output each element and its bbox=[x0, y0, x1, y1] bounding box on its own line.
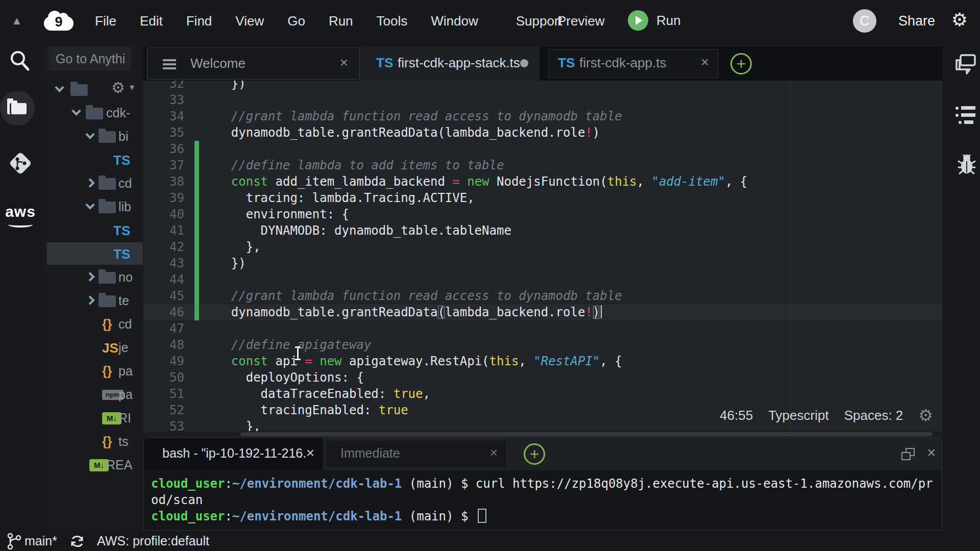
menu-go[interactable]: Go bbox=[276, 13, 317, 29]
file-label: je bbox=[118, 340, 128, 355]
close-tab-welcome-icon[interactable]: × bbox=[340, 55, 348, 71]
folder-icon bbox=[99, 272, 116, 284]
top-menu-bar: ▲ 9 FileEditFindViewGoRunToolsWindowSupp… bbox=[0, 0, 980, 42]
tree-row-cd-4[interactable]: cd bbox=[41, 171, 143, 195]
tab-list-hamburger-icon[interactable] bbox=[163, 59, 176, 61]
menu-edit[interactable]: Edit bbox=[128, 13, 175, 29]
menu-view[interactable]: View bbox=[224, 13, 276, 29]
line-number: 34 bbox=[153, 108, 184, 124]
logo-nine: 9 bbox=[44, 14, 74, 30]
file-explorer-icon[interactable] bbox=[0, 91, 35, 126]
outline-icon[interactable] bbox=[954, 104, 977, 128]
tree-row-ts-7[interactable]: TS bbox=[41, 242, 143, 265]
tree-row-no-8[interactable]: no bbox=[41, 265, 143, 289]
collapse-menubar-icon[interactable]: ▲ bbox=[11, 14, 22, 28]
folder-icon bbox=[86, 108, 103, 119]
tree-row-RI-14[interactable]: M↓RI bbox=[41, 406, 143, 430]
preferences-gear-icon[interactable]: ⚙ bbox=[951, 9, 968, 31]
folder-label: no bbox=[118, 270, 133, 285]
ts-file-icon: TS bbox=[376, 55, 393, 71]
chevron-down-icon[interactable] bbox=[55, 83, 64, 92]
close-terminal-tab-icon[interactable]: × bbox=[306, 445, 314, 461]
line-number: 42 bbox=[153, 239, 184, 255]
chevron-down-icon[interactable] bbox=[85, 130, 94, 139]
tree-row-cdk--1[interactable]: cdk- bbox=[41, 101, 143, 124]
line-number: 44 bbox=[153, 271, 184, 288]
run-play-icon[interactable] bbox=[628, 10, 648, 31]
tree-row-bi-2[interactable]: bi bbox=[41, 124, 143, 148]
tree-row-te-9[interactable]: te bbox=[41, 289, 143, 312]
tree-row-cd-10[interactable]: {}cd bbox=[41, 312, 143, 336]
code-line-37: 37 //define lambda to add items to table bbox=[153, 157, 942, 173]
git-source-control-icon[interactable] bbox=[5, 148, 46, 179]
git-branch-name: main* bbox=[24, 534, 57, 548]
file-label: REA bbox=[106, 458, 132, 472]
tree-row-ts-15[interactable]: {}ts bbox=[41, 430, 143, 453]
tree-row-pa-13[interactable]: npmpa bbox=[41, 383, 143, 406]
terminal-tab-immediate[interactable]: Immediate × bbox=[326, 440, 507, 468]
mouse-ibeam-cursor bbox=[297, 346, 299, 360]
line-number: 48 bbox=[153, 337, 184, 353]
debugger-bug-icon[interactable] bbox=[955, 152, 978, 177]
tree-row-je-11[interactable]: JSje bbox=[41, 336, 143, 359]
menu-window[interactable]: Window bbox=[419, 13, 489, 29]
menu-preview[interactable]: Preview bbox=[557, 13, 604, 29]
terminal-output[interactable]: cloud_user:~/environment/cdk-lab-1 (main… bbox=[151, 475, 940, 528]
tree-row-root[interactable]: ⚙▾ bbox=[41, 78, 143, 101]
close-panel-icon[interactable]: × bbox=[927, 444, 936, 461]
gear-caret-icon[interactable]: ▾ bbox=[130, 82, 134, 93]
code-line-32: 32 }) bbox=[153, 81, 942, 92]
menu-run[interactable]: Run bbox=[317, 13, 365, 29]
editor-status-bar: 46:55 Typescript Spaces: 2 ⚙ bbox=[720, 406, 933, 425]
cursor-position[interactable]: 46:55 bbox=[720, 408, 753, 423]
tree-row-ts-6[interactable]: TS bbox=[41, 218, 143, 242]
horizontal-scrollbar[interactable] bbox=[143, 431, 942, 437]
tab-first-cdk-app-stack[interactable]: TS first-cdk-app-stack.ts bbox=[360, 47, 540, 81]
code-line-44: 44 bbox=[153, 271, 942, 288]
line-number: 36 bbox=[153, 141, 184, 157]
user-avatar[interactable]: C bbox=[853, 9, 876, 33]
close-immediate-tab-icon[interactable]: × bbox=[490, 445, 498, 461]
language-mode[interactable]: Typescript bbox=[768, 408, 829, 423]
terminal-panel: bash - "ip-10-192-11-216. × Immediate × … bbox=[143, 437, 942, 531]
run-button[interactable]: Run bbox=[628, 10, 681, 31]
line-number: 37 bbox=[153, 157, 184, 173]
close-tab-app-icon[interactable]: × bbox=[701, 54, 709, 70]
menu-file[interactable]: File bbox=[83, 13, 128, 29]
new-tab-plus-icon[interactable]: + bbox=[730, 53, 752, 74]
tab-welcome[interactable]: Welcome × bbox=[147, 47, 360, 80]
indentation-setting[interactable]: Spaces: 2 bbox=[844, 408, 903, 423]
chevron-right-icon[interactable] bbox=[85, 295, 94, 305]
scrollbar-handle[interactable] bbox=[240, 432, 932, 436]
tree-row-lib-5[interactable]: lib bbox=[41, 195, 143, 218]
cloud9-logo-icon[interactable]: 9 bbox=[44, 11, 74, 32]
new-terminal-plus-icon[interactable]: + bbox=[524, 443, 545, 465]
menu-find[interactable]: Find bbox=[175, 13, 224, 29]
share-button[interactable]: Share bbox=[898, 13, 935, 29]
file-label: pa bbox=[118, 387, 133, 402]
chevron-right-icon[interactable] bbox=[85, 272, 94, 281]
sync-refresh-icon[interactable] bbox=[68, 533, 86, 550]
chevron-right-icon[interactable] bbox=[85, 178, 94, 187]
line-number: 52 bbox=[153, 402, 184, 418]
tree-row-REA-16[interactable]: M↓REA bbox=[41, 453, 143, 477]
editor-settings-gear-icon[interactable]: ⚙ bbox=[918, 406, 933, 425]
code-line-34: 34 //grant lambda function read access t… bbox=[153, 108, 942, 124]
code-line-48: 48 //define apigateway bbox=[153, 337, 942, 353]
tree-row-ts-3[interactable]: TS bbox=[41, 148, 143, 171]
tree-row-pa-12[interactable]: {}pa bbox=[41, 359, 143, 383]
terminal-line-1: od/scan bbox=[151, 492, 940, 508]
goto-anything-input[interactable]: Go to Anythi bbox=[48, 47, 131, 70]
code-line-41: 41 DYNAMODB: dynamodb_table.tableName bbox=[153, 222, 942, 239]
aws-toolkit-icon[interactable]: aws bbox=[5, 203, 36, 228]
chevron-down-icon[interactable] bbox=[85, 200, 94, 209]
restore-panel-icon[interactable] bbox=[901, 448, 915, 460]
terminal-tab-bash[interactable]: bash - "ip-10-192-11-216. × bbox=[144, 438, 323, 470]
chevron-down-icon[interactable] bbox=[71, 106, 81, 115]
tree-settings-gear-icon[interactable]: ⚙ bbox=[111, 79, 125, 96]
code-editor[interactable]: 32 })3334 //grant lambda function read a… bbox=[143, 81, 942, 437]
collaborate-chat-icon[interactable] bbox=[953, 52, 977, 76]
line-number: 35 bbox=[153, 124, 184, 141]
tab-first-cdk-app[interactable]: TS first-cdk-app.ts × bbox=[548, 49, 719, 78]
menu-tools[interactable]: Tools bbox=[365, 13, 420, 29]
